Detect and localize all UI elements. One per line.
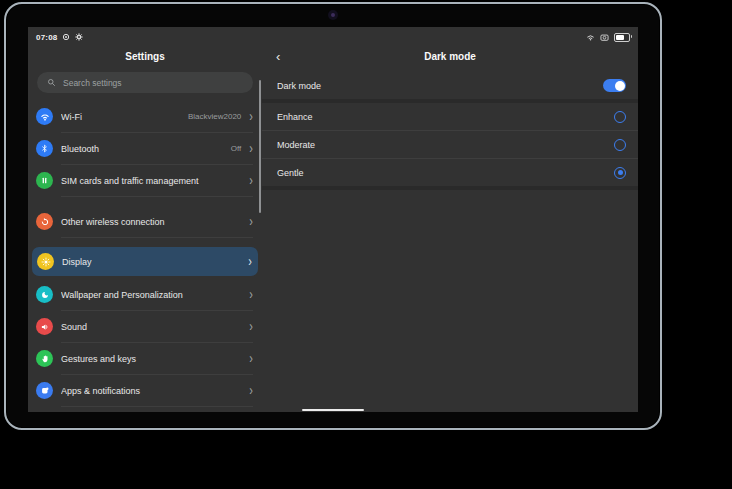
status-bar: 07:08 <box>28 27 638 45</box>
sidebar-item-other-wireless[interactable]: Other wireless connection › <box>28 206 262 237</box>
tablet-device-frame: 07:08 <box>4 2 662 430</box>
dark-mode-panel: ‹ Dark mode Dark mode Enhance <box>262 45 638 412</box>
panel-header: ‹ Dark mode <box>262 45 638 67</box>
sidebar-item-label: Sound <box>61 322 241 332</box>
sidebar-scrollbar[interactable] <box>259 80 261 213</box>
sim-card-icon <box>36 172 53 189</box>
clock-time: 07:08 <box>36 33 57 42</box>
settings-sidebar: Settings Search settings <box>28 45 262 412</box>
wifi-status-icon <box>586 33 595 42</box>
dark-mode-toggle-row[interactable]: Dark mode <box>262 72 638 99</box>
chevron-right-icon: › <box>249 215 253 229</box>
sidebar-item-sim-cards[interactable]: SIM cards and traffic management › <box>28 165 262 196</box>
camera-lens-icon <box>331 13 335 17</box>
wifi-network-value: Blackview2020 <box>188 112 241 121</box>
search-icon <box>47 78 56 87</box>
wifi-icon <box>36 108 53 125</box>
dark-mode-label: Dark mode <box>277 81 321 91</box>
sidebar-item-apps[interactable]: Apps & notifications › <box>28 375 262 406</box>
hand-icon <box>36 350 53 367</box>
sun-icon <box>37 253 54 270</box>
chevron-right-icon: › <box>248 255 252 269</box>
search-placeholder: Search settings <box>63 78 122 88</box>
radio-gentle[interactable] <box>614 167 626 179</box>
bluetooth-icon <box>36 140 53 157</box>
app-square-icon <box>36 382 53 399</box>
gear-icon <box>75 33 83 41</box>
sidebar-item-label: Other wireless connection <box>61 217 241 227</box>
option-row-gentle[interactable]: Gentle <box>262 159 638 186</box>
sidebar-item-sound[interactable]: Sound › <box>28 311 262 342</box>
chevron-right-icon: › <box>249 320 253 334</box>
sidebar-item-label: Display <box>62 257 240 267</box>
panel-title: Dark mode <box>424 51 476 62</box>
list-divider <box>61 196 253 197</box>
camera-status-icon <box>600 33 609 42</box>
wireless-refresh-icon <box>36 213 53 230</box>
option-label: Moderate <box>277 140 315 150</box>
home-indicator[interactable] <box>302 409 364 412</box>
option-label: Enhance <box>277 112 313 122</box>
sidebar-item-wifi[interactable]: Wi-Fi Blackview2020 › <box>28 101 262 132</box>
back-button[interactable]: ‹ <box>276 50 280 63</box>
sidebar-item-label: Wi-Fi <box>61 112 180 122</box>
section-gap <box>262 186 638 190</box>
list-divider <box>61 406 253 407</box>
speaker-icon <box>36 318 53 335</box>
battery-icon <box>614 33 630 42</box>
chevron-right-icon: › <box>249 384 253 398</box>
bluetooth-state-value: Off <box>231 144 242 153</box>
chevron-right-icon: › <box>249 174 253 188</box>
sidebar-item-wallpaper[interactable]: Wallpaper and Personalization › <box>28 279 262 310</box>
chevron-right-icon: › <box>249 142 253 156</box>
sidebar-item-label: Gestures and keys <box>61 354 241 364</box>
option-row-enhance[interactable]: Enhance <box>262 103 638 130</box>
sidebar-header: Settings <box>28 45 262 67</box>
list-divider <box>61 237 253 238</box>
chevron-right-icon: › <box>249 110 253 124</box>
option-row-moderate[interactable]: Moderate <box>262 131 638 158</box>
tablet-screen: 07:08 <box>28 27 638 412</box>
sidebar-item-display[interactable]: Display › <box>32 247 258 276</box>
search-input[interactable]: Search settings <box>37 72 253 93</box>
sidebar-item-label: Bluetooth <box>61 144 223 154</box>
sidebar-item-label: Apps & notifications <box>61 386 241 396</box>
sidebar-item-gestures[interactable]: Gestures and keys › <box>28 343 262 374</box>
radio-enhance[interactable] <box>614 111 626 123</box>
record-icon <box>62 33 70 41</box>
sidebar-item-label: Wallpaper and Personalization <box>61 290 241 300</box>
stage: 07:08 <box>0 0 732 489</box>
front-camera <box>328 10 338 20</box>
sidebar-list: Wi-Fi Blackview2020 › Bluetooth Off <box>28 101 262 412</box>
chevron-right-icon: › <box>249 352 253 366</box>
sidebar-title: Settings <box>125 51 164 62</box>
radio-moderate[interactable] <box>614 139 626 151</box>
chevron-right-icon: › <box>249 288 253 302</box>
dark-mode-toggle[interactable] <box>603 79 626 92</box>
wallpaper-swirl-icon <box>36 286 53 303</box>
sidebar-item-label: SIM cards and traffic management <box>61 176 241 186</box>
sidebar-item-bluetooth[interactable]: Bluetooth Off › <box>28 133 262 164</box>
option-label: Gentle <box>277 168 304 178</box>
